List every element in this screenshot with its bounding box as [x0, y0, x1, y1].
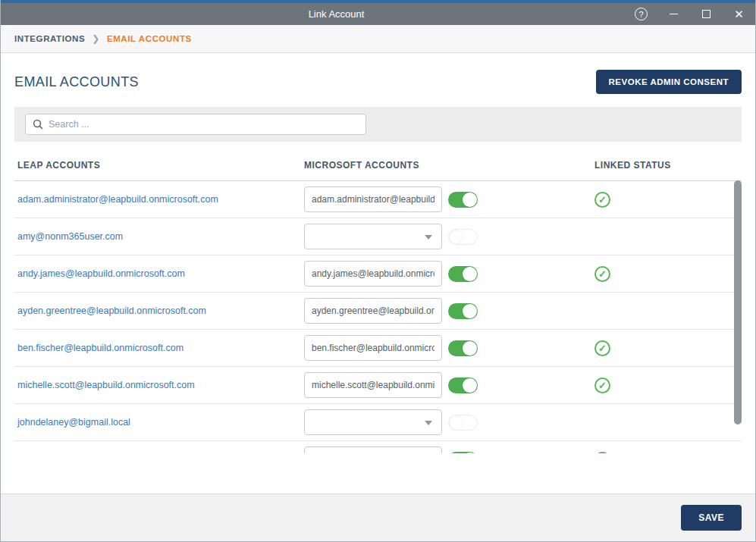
close-button[interactable]: ✕	[723, 3, 755, 25]
table-row: amy@nonm365user.com	[14, 218, 742, 255]
header-leap-accounts: LEAP ACCOUNTS	[14, 160, 304, 171]
footer-bar: SAVE	[1, 493, 755, 541]
microsoft-account-select[interactable]: ayden.greentree@leapbuild.onmicrosoft.co…	[304, 298, 442, 324]
microsoft-account-value: ayden.greentree@leapbuild.onmicrosoft.co…	[312, 305, 434, 316]
toggle-knob	[463, 378, 477, 393]
microsoft-account-value: andy.james@leapbuild.onmicrosoft.com	[312, 268, 434, 279]
leap-account-link: johndelaney@bigmail.local	[17, 417, 304, 428]
toggle-knob	[463, 341, 477, 356]
toggle-knob	[449, 230, 463, 244]
microsoft-account-select[interactable]	[304, 409, 442, 435]
search-icon	[33, 119, 43, 130]
link-toggle[interactable]	[448, 378, 478, 393]
breadcrumb-email-accounts[interactable]: EMAIL ACCOUNTS	[107, 34, 192, 43]
chevron-down-icon	[425, 235, 432, 240]
revoke-admin-consent-button[interactable]: REVOKE ADMIN CONSENT	[596, 70, 742, 94]
search-box	[25, 114, 366, 135]
link-toggle[interactable]	[448, 266, 478, 282]
search-band	[14, 107, 742, 142]
breadcrumb-integrations[interactable]: INTEGRATIONS	[14, 34, 85, 43]
maximize-button[interactable]	[690, 3, 723, 25]
table-row: johndelaney@bigmail.local	[14, 404, 742, 441]
maximize-icon	[702, 10, 711, 18]
chevron-down-icon	[425, 421, 432, 425]
microsoft-account-select[interactable]: michelle.scott@leapbuild.onmicrosoft.com	[304, 372, 442, 398]
page-header: EMAIL ACCOUNTS REVOKE ADMIN CONSENT	[1, 53, 755, 94]
microsoft-account-value: michelle.scott@leapbuild.onmicrosoft.com	[312, 380, 434, 390]
chevron-right-icon: ❯	[92, 33, 100, 44]
breadcrumb: INTEGRATIONS ❯ EMAIL ACCOUNTS	[1, 25, 755, 53]
table-row: ✓	[14, 441, 742, 453]
microsoft-account-select[interactable]	[304, 224, 442, 249]
linked-check-icon: ✓	[594, 192, 610, 208]
leap-account-link: michelle.scott@leapbuild.onmicrosoft.com	[17, 380, 304, 390]
link-toggle[interactable]	[448, 452, 478, 454]
link-toggle[interactable]	[448, 229, 478, 245]
microsoft-account-select[interactable]: adam.administrator@leapbuild.onmicrosoft…	[304, 186, 442, 212]
leap-account-link: ayden.greentree@leapbuild.onmicrosoft.co…	[17, 305, 304, 316]
main-content: EMAIL ACCOUNTS REVOKE ADMIN CONSENT LEAP…	[1, 53, 755, 493]
table-row: ben.fischer@leapbuild.onmicrosoft.com be…	[14, 330, 742, 367]
toggle-knob	[463, 453, 477, 454]
linked-check-icon: ✓	[594, 266, 610, 282]
save-button[interactable]: SAVE	[681, 505, 742, 531]
microsoft-account-value: ben.fischer@leapbuild.onmicrosoft.com	[312, 343, 434, 353]
table-row: andy.james@leapbuild.onmicrosoft.com and…	[14, 255, 742, 293]
toggle-knob	[449, 415, 463, 430]
table-row: ayden.greentree@leapbuild.onmicrosoft.co…	[14, 293, 742, 330]
microsoft-account-select[interactable]: ben.fischer@leapbuild.onmicrosoft.com	[304, 335, 442, 361]
linked-check-icon: ✓	[594, 378, 610, 393]
vertical-scrollbar[interactable]	[734, 180, 742, 453]
search-input[interactable]	[49, 119, 359, 130]
microsoft-account-select[interactable]: andy.james@leapbuild.onmicrosoft.com	[304, 261, 442, 287]
microsoft-account-value: adam.administrator@leapbuild.onmicrosoft…	[312, 194, 434, 205]
table-row: adam.administrator@leapbuild.onmicrosoft…	[14, 181, 742, 218]
leap-account-link: adam.administrator@leapbuild.onmicrosoft…	[17, 194, 304, 205]
link-toggle[interactable]	[448, 415, 478, 431]
leap-account-link: amy@nonm365user.com	[17, 231, 304, 242]
table-row: michelle.scott@leapbuild.onmicrosoft.com…	[14, 367, 742, 404]
link-toggle[interactable]	[448, 340, 478, 356]
leap-account-link: andy.james@leapbuild.onmicrosoft.com	[17, 268, 304, 279]
accounts-table: LEAP ACCOUNTS MICROSOFT ACCOUNTS LINKED …	[14, 142, 742, 453]
microsoft-account-select[interactable]	[304, 446, 442, 453]
leap-account-link: ben.fischer@leapbuild.onmicrosoft.com	[17, 343, 304, 353]
link-toggle[interactable]	[448, 192, 478, 208]
page-title: EMAIL ACCOUNTS	[14, 74, 139, 90]
table-rows: adam.administrator@leapbuild.onmicrosoft…	[14, 181, 742, 453]
toggle-knob	[463, 267, 477, 281]
titlebar: Link Account ? ✕	[1, 3, 755, 25]
scrollbar-thumb[interactable]	[734, 180, 742, 425]
toggle-knob	[463, 193, 477, 207]
window-title: Link Account	[1, 8, 672, 20]
linked-check-icon: ✓	[594, 452, 610, 454]
table-header-row: LEAP ACCOUNTS MICROSOFT ACCOUNTS LINKED …	[14, 142, 742, 181]
header-microsoft-accounts: MICROSOFT ACCOUNTS	[304, 160, 594, 171]
link-account-window: Link Account ? ✕ INTEGRATIONS ❯ EMAIL AC…	[0, 0, 756, 542]
toggle-knob	[463, 304, 477, 318]
header-linked-status: LINKED STATUS	[594, 160, 742, 171]
link-toggle[interactable]	[448, 303, 478, 319]
close-icon: ✕	[734, 8, 744, 20]
linked-check-icon: ✓	[594, 340, 610, 356]
